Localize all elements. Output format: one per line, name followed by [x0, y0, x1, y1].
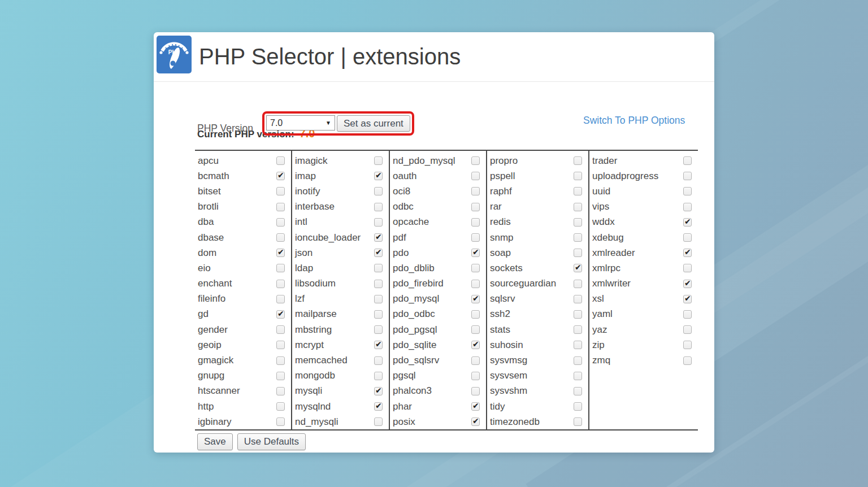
extension-checkbox-redis[interactable]: [574, 218, 582, 227]
extension-checkbox-inotify[interactable]: [374, 187, 383, 195]
extension-checkbox-soap[interactable]: [574, 249, 582, 257]
extension-checkbox-snmp[interactable]: [574, 233, 582, 242]
extension-checkbox-mongodb[interactable]: [374, 372, 383, 380]
extension-row: raphf: [487, 184, 588, 199]
extension-checkbox-oci8[interactable]: [471, 187, 480, 195]
extension-checkbox-fileinfo[interactable]: [276, 295, 285, 303]
extension-row: rar: [487, 199, 588, 215]
extension-checkbox-brotli[interactable]: [276, 203, 285, 211]
extension-checkbox-mysqlnd[interactable]: [374, 402, 383, 411]
extension-checkbox-eio[interactable]: [276, 264, 285, 272]
extension-checkbox-trader[interactable]: [683, 156, 692, 165]
extension-checkbox-uuid[interactable]: [683, 187, 692, 195]
extension-checkbox-phalcon3[interactable]: [471, 387, 480, 395]
set-as-current-button[interactable]: Set as current: [337, 115, 410, 132]
extension-checkbox-nd_pdo_mysql[interactable]: [471, 156, 480, 165]
switch-to-php-options-link[interactable]: Switch To PHP Options: [583, 115, 685, 127]
extension-checkbox-dbase[interactable]: [276, 233, 285, 242]
extension-checkbox-lzf[interactable]: [374, 295, 383, 303]
extension-checkbox-imagick[interactable]: [374, 156, 383, 165]
extension-checkbox-xdebug[interactable]: [683, 233, 692, 242]
extension-row: imagick: [292, 153, 389, 168]
extension-checkbox-ssh2[interactable]: [574, 310, 582, 319]
extension-checkbox-apcu[interactable]: [276, 156, 285, 165]
extension-checkbox-bcmath[interactable]: [276, 172, 285, 180]
extension-label: xdebug: [592, 232, 624, 244]
extension-label: dom: [198, 247, 216, 259]
extension-checkbox-pdo_odbc[interactable]: [471, 310, 480, 319]
extension-checkbox-igbinary[interactable]: [276, 418, 285, 426]
extension-checkbox-mysqli[interactable]: [374, 387, 383, 395]
extension-checkbox-imap[interactable]: [374, 172, 383, 180]
extension-checkbox-pdf[interactable]: [471, 233, 480, 242]
extension-checkbox-zip[interactable]: [683, 341, 692, 349]
extension-checkbox-sockets[interactable]: [574, 264, 582, 272]
extension-checkbox-sourceguardian[interactable]: [574, 280, 582, 288]
extension-checkbox-phar[interactable]: [471, 402, 480, 411]
extension-checkbox-interbase[interactable]: [374, 203, 383, 211]
extension-checkbox-oauth[interactable]: [471, 172, 480, 180]
use-defaults-button[interactable]: Use Defaults: [237, 433, 306, 450]
extension-checkbox-pdo_mysql[interactable]: [471, 295, 480, 303]
extension-row: tidy: [487, 399, 588, 414]
extension-checkbox-mcrypt[interactable]: [374, 341, 383, 349]
extension-checkbox-sysvsem[interactable]: [574, 372, 582, 380]
extension-checkbox-sysvshm[interactable]: [574, 387, 582, 395]
extension-checkbox-pdo_firebird[interactable]: [471, 280, 480, 288]
extension-checkbox-enchant[interactable]: [276, 280, 285, 288]
extension-checkbox-memcached[interactable]: [374, 356, 383, 365]
extension-checkbox-ldap[interactable]: [374, 264, 383, 272]
extension-checkbox-libsodium[interactable]: [374, 280, 383, 288]
extension-row: ldap: [292, 260, 389, 276]
extension-checkbox-wddx[interactable]: [683, 218, 692, 227]
extension-label: pdf: [393, 232, 406, 244]
extension-checkbox-opcache[interactable]: [471, 218, 480, 227]
extension-checkbox-pdo_sqlite[interactable]: [471, 341, 480, 349]
extension-checkbox-gmagick[interactable]: [276, 356, 285, 365]
extension-checkbox-gender[interactable]: [276, 325, 285, 334]
extension-checkbox-http[interactable]: [276, 402, 285, 411]
extension-checkbox-suhosin[interactable]: [574, 341, 582, 349]
extension-checkbox-stats[interactable]: [574, 325, 582, 334]
extension-checkbox-xmlwriter[interactable]: [683, 280, 692, 288]
extension-checkbox-propro[interactable]: [574, 156, 582, 165]
extension-checkbox-ioncube_loader[interactable]: [374, 233, 383, 242]
extension-checkbox-mbstring[interactable]: [374, 325, 383, 334]
extension-checkbox-tidy[interactable]: [574, 402, 582, 411]
extension-checkbox-nd_mysqli[interactable]: [374, 418, 383, 426]
extension-checkbox-uploadprogress[interactable]: [683, 172, 692, 180]
extension-checkbox-gnupg[interactable]: [276, 372, 285, 380]
extension-checkbox-intl[interactable]: [374, 218, 383, 227]
extension-checkbox-sysvmsg[interactable]: [574, 356, 582, 365]
extension-checkbox-posix[interactable]: [471, 418, 480, 426]
extension-checkbox-yaz[interactable]: [683, 325, 692, 334]
extension-checkbox-gd[interactable]: [276, 310, 285, 319]
extension-checkbox-yaml[interactable]: [683, 310, 692, 319]
extension-checkbox-json[interactable]: [374, 249, 383, 257]
extension-checkbox-rar[interactable]: [574, 203, 582, 211]
extension-checkbox-xsl[interactable]: [683, 295, 692, 303]
php-version-select[interactable]: 7.0 ▼: [266, 115, 335, 131]
extension-checkbox-dom[interactable]: [276, 249, 285, 257]
save-button[interactable]: Save: [197, 433, 233, 450]
extension-checkbox-sqlsrv[interactable]: [574, 295, 582, 303]
extension-checkbox-vips[interactable]: [683, 203, 692, 211]
extension-checkbox-odbc[interactable]: [471, 203, 480, 211]
extension-checkbox-raphf[interactable]: [574, 187, 582, 195]
extension-checkbox-pdo_pgsql[interactable]: [471, 325, 480, 334]
extension-checkbox-xmlrpc[interactable]: [683, 264, 692, 272]
extension-checkbox-zmq[interactable]: [683, 356, 692, 365]
extension-checkbox-htscanner[interactable]: [276, 387, 285, 395]
extension-checkbox-bitset[interactable]: [276, 187, 285, 195]
extension-checkbox-pdo_sqlsrv[interactable]: [471, 356, 480, 365]
extension-checkbox-dba[interactable]: [276, 218, 285, 227]
extension-checkbox-geoip[interactable]: [276, 341, 285, 349]
extension-checkbox-mailparse[interactable]: [374, 310, 383, 319]
page-title: PHP Selector | extensions: [199, 44, 461, 69]
extension-checkbox-pdo[interactable]: [471, 249, 480, 257]
extension-checkbox-pdo_dblib[interactable]: [471, 264, 480, 272]
extension-checkbox-timezonedb[interactable]: [574, 418, 582, 426]
extension-checkbox-pspell[interactable]: [574, 172, 582, 180]
extension-checkbox-pgsql[interactable]: [471, 372, 480, 380]
extension-checkbox-xmlreader[interactable]: [683, 249, 692, 257]
